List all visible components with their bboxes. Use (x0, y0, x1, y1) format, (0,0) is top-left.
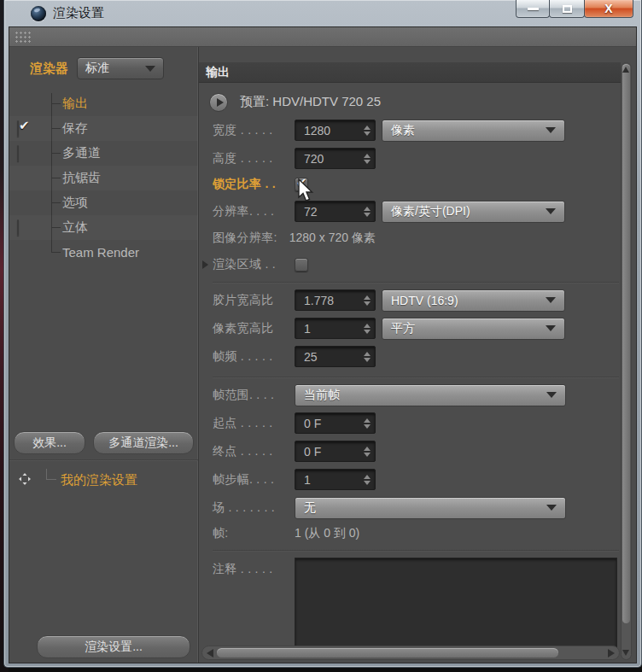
vertical-scrollbar-thumb[interactable] (622, 64, 630, 623)
maximize-icon (563, 5, 572, 13)
width-unit-select[interactable]: 像素 (382, 120, 565, 142)
image-resolution-label: 图像分辨率: (213, 231, 277, 246)
frames-value: 1 (从 0 到 0) (295, 526, 359, 541)
render-preset-icon (18, 472, 32, 486)
end-frame-label: 终点 . . . . . (213, 444, 295, 459)
sidebar-item-stereoscopic[interactable]: 立体 (9, 215, 198, 240)
section-divider (213, 282, 619, 283)
frame-range-label: 帧范围. . . . (213, 388, 295, 403)
chevron-down-icon (546, 505, 557, 511)
resolution-stepper[interactable] (364, 207, 371, 217)
field-select[interactable]: 无 (295, 497, 566, 519)
minimize-button[interactable] (516, 0, 550, 18)
maximize-button[interactable] (549, 0, 585, 18)
frame-step-label: 帧步幅. . . . (213, 472, 295, 488)
close-button[interactable]: X (584, 0, 633, 18)
grip-handle-icon[interactable] (15, 31, 32, 43)
frame-rate-input[interactable]: 25 (295, 346, 376, 367)
render-region-label: 渲染区域 . . (213, 257, 295, 272)
section-divider (213, 377, 619, 378)
render-settings-button[interactable]: 渲染设置... (37, 635, 190, 658)
sidebar-item-team-render[interactable]: Team Render (9, 240, 198, 265)
save-enable-checkbox[interactable] (17, 120, 19, 137)
width-input[interactable]: 1280 (295, 120, 376, 141)
scroll-down-icon[interactable] (622, 650, 629, 656)
pixel-aspect-input[interactable]: 1 (295, 318, 376, 339)
frame-step-input[interactable]: 1 (295, 469, 376, 490)
render-settings-window: 渲染设置 X 渲染器 (3, 0, 642, 668)
tree-elbow-line (46, 469, 56, 480)
sidebar-item-options[interactable]: 选项 (9, 190, 198, 215)
film-aspect-input[interactable]: 1.778 (295, 289, 376, 311)
scroll-right-icon[interactable] (608, 649, 615, 657)
expand-arrow-icon[interactable] (202, 260, 208, 269)
multipass-enable-checkbox[interactable] (17, 145, 19, 161)
renderer-label: 渲染器 (30, 61, 68, 77)
chevron-down-icon (145, 66, 155, 72)
scroll-up-icon[interactable] (622, 67, 629, 73)
multipass-render-button[interactable]: 多通道渲染... (93, 431, 194, 454)
annotation-textarea[interactable] (295, 558, 617, 648)
screen: 渲染设置 X 渲染器 (0, 0, 642, 672)
cinema4d-app-icon (31, 6, 46, 21)
end-frame-stepper[interactable] (364, 447, 371, 457)
frame-rate-label: 帧频 . . . . . (213, 349, 295, 365)
resolution-unit-select[interactable]: 像素/英寸(DPI) (382, 201, 565, 223)
start-frame-input[interactable]: 0 F (295, 412, 376, 434)
output-panel: 输出 预置: HDV/HDTV 720 25 宽度 . . . . . 1280 (199, 47, 636, 663)
height-input[interactable]: 720 (295, 148, 376, 169)
titlebar[interactable]: 渲染设置 X (9, 0, 637, 26)
frame-range-select[interactable]: 当前帧 (295, 384, 566, 406)
height-label: 高度 . . . . . (213, 151, 295, 167)
sidebar-item-multipass[interactable]: 多通道 (9, 141, 198, 166)
render-region-checkbox[interactable] (295, 258, 308, 272)
sidebar-item-output[interactable]: 输出 (9, 91, 198, 116)
sidebar-item-save[interactable]: 保存 (9, 116, 198, 141)
pixel-aspect-label: 像素宽高比 (213, 321, 295, 336)
chevron-down-icon (546, 325, 556, 331)
scroll-left-icon[interactable] (207, 649, 213, 657)
preset-menu-button[interactable] (209, 93, 228, 112)
frames-label: 帧: (213, 526, 295, 541)
resolution-label: 分辨率. . . . (213, 204, 295, 219)
section-divider (213, 550, 619, 552)
width-stepper[interactable] (364, 126, 371, 136)
minimize-icon (528, 8, 539, 10)
dialog-body: 渲染器 标准 输出 (9, 26, 637, 663)
sidebar: 渲染器 标准 输出 (9, 47, 199, 663)
pixel-aspect-select[interactable]: 平方 (382, 318, 565, 340)
pixel-aspect-stepper[interactable] (364, 324, 371, 334)
vertical-scrollbar[interactable] (621, 62, 632, 660)
start-frame-label: 起点 . . . . . (213, 416, 295, 431)
width-label: 宽度 . . . . . (213, 123, 295, 138)
chevron-down-icon (546, 208, 556, 214)
frame-rate-stepper[interactable] (364, 352, 371, 362)
preset-text: 预置: HDV/HDTV 720 25 (240, 94, 381, 110)
horizontal-scrollbar[interactable] (201, 646, 620, 660)
close-icon: X (604, 2, 612, 15)
effects-button[interactable]: 效果... (14, 431, 85, 454)
settings-tree: 输出 保存 多通道 (9, 91, 198, 265)
field-label: 场 . . . . . . . (213, 500, 295, 516)
window-title: 渲染设置 (53, 5, 104, 21)
end-frame-input[interactable]: 0 F (295, 441, 376, 462)
resolution-input[interactable]: 72 (295, 201, 376, 222)
chevron-down-icon (546, 127, 556, 133)
film-aspect-label: 胶片宽高比 (213, 293, 295, 308)
horizontal-scrollbar-thumb[interactable] (217, 648, 558, 657)
my-render-settings-item[interactable]: 我的渲染设置 (9, 467, 198, 493)
dock-gripbar[interactable] (9, 27, 636, 47)
lock-ratio-label: 锁定比率 . . (213, 177, 295, 192)
chevron-down-icon (546, 297, 556, 303)
lock-ratio-checkbox[interactable] (295, 178, 308, 191)
image-resolution-value: 1280 x 720 像素 (289, 231, 376, 246)
film-aspect-stepper[interactable] (364, 295, 371, 306)
renderer-select[interactable]: 标准 (77, 57, 164, 79)
frame-step-stepper[interactable] (364, 475, 371, 485)
stereoscopic-enable-checkbox[interactable] (17, 219, 19, 236)
film-aspect-select[interactable]: HDTV (16:9) (382, 289, 565, 312)
chevron-down-icon (546, 392, 557, 398)
height-stepper[interactable] (364, 154, 371, 164)
sidebar-item-antialiasing[interactable]: 抗锯齿 (9, 166, 198, 190)
start-frame-stepper[interactable] (364, 418, 371, 429)
